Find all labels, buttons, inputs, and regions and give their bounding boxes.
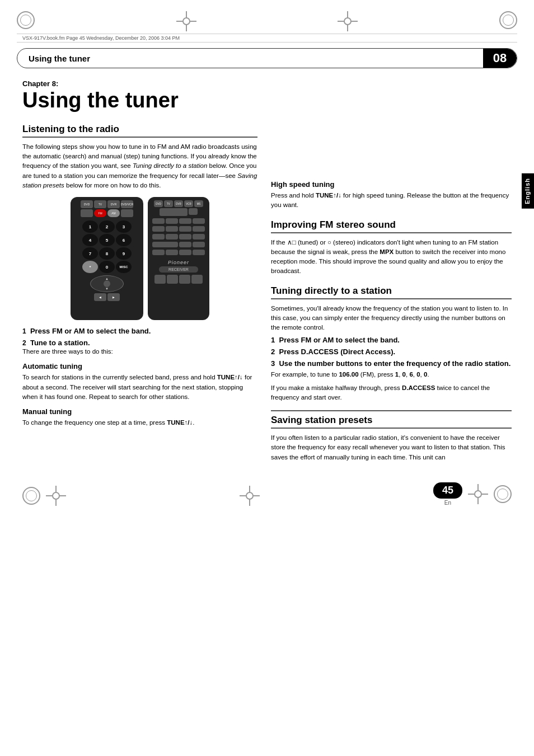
left-column: Chapter 8: Using the tuner Listening to … — [22, 79, 257, 466]
saving-presets-text: If you often listen to a particular radi… — [271, 433, 512, 462]
bottom-left-corner — [22, 486, 66, 506]
top-left-circle — [17, 11, 35, 29]
direct-step-3: 3 Use the number buttons to enter the fr… — [271, 359, 512, 402]
bottom-area: 45 En — [17, 482, 517, 506]
manual-tuning-heading: Manual tuning — [22, 407, 257, 416]
file-info-bar: VSX-917V.book.fm Page 45 Wednesday, Dece… — [17, 34, 517, 43]
remote-btn-7: 7 — [82, 247, 98, 260]
remote-btn-1: 1 — [82, 220, 98, 233]
direct-step-2: 2 Press D.ACCESS (Direct Access). — [271, 348, 512, 356]
direct-step-1: 1 Press FM or AM to select the band. — [271, 336, 512, 344]
auto-tuning-text: To search for stations in the currently … — [22, 373, 257, 402]
remote-btn-8: 8 — [99, 247, 115, 260]
section-radio-intro: The following steps show you how to tune… — [22, 142, 257, 190]
remote-btn-5: 5 — [99, 234, 115, 246]
english-tab: English — [522, 173, 534, 209]
saving-presets-heading: Saving station presets — [271, 415, 512, 429]
right-column: High speed tuning Press and hold TUNE↑/↓… — [271, 79, 512, 466]
main-content: Chapter 8: Using the tuner Listening to … — [17, 79, 517, 466]
top-center-right-crosshair — [338, 11, 358, 31]
bottom-center-left-crosshair — [46, 486, 66, 506]
remote-btn-star: * — [82, 261, 98, 273]
high-speed-text: Press and hold TUNE↑/↓ for high speed tu… — [271, 191, 512, 210]
bottom-left-circle — [22, 487, 40, 505]
section-radio-heading: Listening to the radio — [22, 124, 257, 138]
direct-station-heading: Tuning directly to a station — [271, 285, 512, 299]
bottom-right-circle — [494, 485, 512, 503]
section-divider — [271, 410, 512, 411]
step-2: 2 Tune to a station. There are three way… — [22, 339, 257, 356]
remote-right: DVD TV DVR VCR MS — [148, 197, 209, 320]
top-center-left-crosshair — [176, 11, 196, 31]
step-1: 1 Press FM or AM to select the band. — [22, 327, 257, 335]
remote-btn-6: 6 — [116, 234, 132, 246]
fm-stereo-text: If the ∧□ (tuned) or ○ (stereo) indicato… — [271, 238, 512, 276]
top-right-circle — [499, 11, 517, 29]
receiver-label: RECEIVER — [159, 266, 198, 273]
remote-btn-0: 0 — [99, 261, 115, 273]
top-decoratives — [17, 11, 517, 31]
page-number-sub: En — [433, 500, 462, 506]
header-bar: Using the tuner 08 — [17, 48, 517, 68]
remote-dpad: ▲ ▼ — [90, 275, 124, 292]
header-title: Using the tuner — [17, 49, 483, 68]
pioneer-logo: Pioneer — [151, 260, 206, 265]
remote-btn-3: 3 — [116, 220, 132, 233]
manual-tuning-text: To change the frequency one step at a ti… — [22, 418, 257, 428]
remote-btn-4: 4 — [82, 234, 98, 246]
high-speed-heading: High speed tuning — [271, 180, 512, 189]
bottom-center-crosshair — [240, 486, 260, 506]
auto-tuning-heading: Automatic tuning — [22, 362, 257, 370]
page-number-badge: 45 — [433, 482, 462, 499]
chapter-number-badge: 08 — [483, 49, 517, 68]
direct-station-intro: Sometimes, you'll already know the frequ… — [271, 304, 512, 333]
remote-btn-2: 2 — [99, 220, 115, 233]
remote-btn-misc: MISC — [116, 261, 132, 273]
bottom-center-right-crosshair — [468, 484, 488, 504]
fm-stereo-heading: Improving FM stereo sound — [271, 219, 512, 233]
remote-left: DVD TV DVR DVD/VCR FM AM 1 2 3 — [71, 197, 143, 320]
bottom-right-corner: 45 En — [433, 482, 512, 506]
remote-btn-9: 9 — [116, 247, 132, 260]
chapter-title: Using the tuner — [22, 89, 257, 112]
chapter-label: Chapter 8: — [22, 79, 257, 88]
remote-image-area: DVD TV DVR DVD/VCR FM AM 1 2 3 — [22, 197, 257, 320]
